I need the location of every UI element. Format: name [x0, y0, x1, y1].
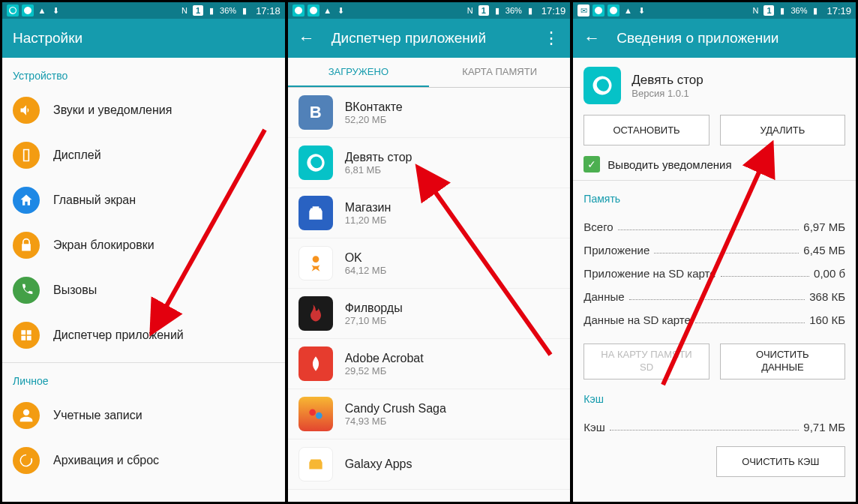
section-cache: Кэш — [573, 387, 856, 411]
settings-row-sounds[interactable]: Звуки и уведомления — [2, 88, 285, 133]
download-icon: ⬇ — [50, 5, 61, 16]
notif-app-icon — [292, 4, 304, 16]
mem-row: Данные на SD карте160 КБ — [584, 308, 845, 332]
notif-app-icon — [22, 4, 34, 16]
app-name: Candy Crush Saga — [345, 402, 446, 416]
app-version: Версия 1.0.1 — [632, 88, 703, 99]
app-list: В ВКонтакте52,20 МБ Девять стор6,81 МБ М… — [288, 88, 571, 502]
app-row-store[interactable]: Магазин11,20 МБ — [288, 188, 571, 238]
battery-icon: ▮ — [810, 5, 820, 16]
settings-row-label: Дисплей — [53, 148, 101, 162]
clock: 17:18 — [256, 5, 280, 16]
mail-icon: ✉ — [578, 4, 590, 16]
back-icon[interactable]: ← — [584, 28, 600, 48]
settings-row-label: Архивация и сброс — [53, 454, 159, 467]
volume-icon — [13, 97, 40, 124]
download-icon: ⬇ — [336, 5, 346, 16]
notifications-checkbox-row[interactable]: ✓ Выводить уведомления — [573, 153, 856, 181]
back-icon[interactable]: ← — [298, 28, 315, 48]
app-row-filwords[interactable]: Филворды27,10 МБ — [288, 289, 571, 339]
settings-row-lockscreen[interactable]: Экран блокировки — [2, 223, 285, 268]
settings-row-accounts[interactable]: Учетные записи — [2, 393, 285, 438]
svg-point-2 — [309, 410, 316, 416]
app-size: 27,10 МБ — [345, 315, 403, 326]
page-title: Диспетчер приложений — [332, 30, 544, 46]
app-name: Магазин — [345, 201, 392, 214]
app-detail: Девять стор Версия 1.0.1 ОСТАНОВИТЬ УДАЛ… — [573, 58, 856, 502]
appbar: Настройки — [2, 19, 285, 58]
app-name: ВКонтакте — [345, 100, 403, 114]
app-row-nine[interactable]: Девять стор6,81 МБ — [288, 138, 571, 188]
app-size: 64,12 МБ — [345, 265, 387, 276]
notif-app-icon — [608, 4, 620, 16]
clear-data-button[interactable]: ОЧИСТИТЬДАННЫЕ — [720, 344, 845, 380]
app-row-galaxy[interactable]: Galaxy Apps — [288, 440, 571, 490]
app-size: 29,52 МБ — [345, 365, 424, 376]
app-row-candy[interactable]: Candy Crush Saga74,93 МБ — [288, 389, 571, 440]
cache-row: Кэш9,71 МБ — [584, 416, 845, 439]
more-icon[interactable]: ⋮ — [543, 28, 560, 48]
signal-icon: ▮ — [492, 5, 502, 16]
tab-sdcard[interactable]: КАРТА ПАМЯТИ — [429, 58, 570, 87]
delete-button[interactable]: УДАЛИТЬ — [720, 115, 845, 146]
apps-icon — [13, 322, 40, 349]
sim-icon: 1 — [764, 5, 774, 16]
app-name: Девять стор — [345, 151, 412, 164]
lock-icon — [13, 232, 40, 259]
mem-row: Приложение на SD карте0,00 б — [584, 262, 845, 285]
settings-row-backup[interactable]: Архивация и сброс — [2, 438, 285, 483]
app-size: 11,20 МБ — [345, 214, 392, 226]
app-icon — [298, 196, 333, 230]
page-title: Настройки — [13, 30, 274, 46]
svg-point-3 — [316, 412, 322, 419]
battery-text: 36% — [506, 6, 522, 15]
settings-row-label: Звуки и уведомления — [53, 104, 172, 117]
app-icon — [298, 447, 333, 482]
statusbar: ▲ ⬇ N 1 ▮ 36% ▮ 17:19 — [288, 2, 571, 19]
section-memory: Память — [573, 181, 856, 211]
settings-row-appmanager[interactable]: Диспетчер приложений — [2, 313, 285, 358]
sim-icon: 1 — [478, 5, 489, 16]
nfc-icon: N — [179, 5, 190, 16]
app-name: Девять стор — [632, 73, 703, 88]
tab-downloaded[interactable]: ЗАГРУЖЕНО — [288, 58, 429, 87]
statusbar: ✉ ▲ ⬇ N 1 ▮ 36% ▮ 17:19 — [573, 2, 856, 19]
nfc-icon: N — [465, 5, 476, 16]
settings-row-home[interactable]: Главный экран — [2, 178, 285, 223]
screen-settings: ▲ ⬇ N 1 ▮ 36% ▮ 17:18 Настройки Устройст… — [2, 2, 286, 502]
statusbar: ▲ ⬇ N 1 ▮ 36% ▮ 17:18 — [2, 2, 285, 19]
app-name: OK — [345, 251, 387, 265]
clear-cache-button[interactable]: ОЧИСТИТЬ КЭШ — [716, 446, 845, 477]
stop-button[interactable]: ОСТАНОВИТЬ — [584, 115, 709, 146]
app-icon — [298, 296, 333, 331]
settings-row-display[interactable]: Дисплей — [2, 133, 285, 178]
download-icon: ⬇ — [636, 5, 646, 16]
app-name: Adobe Acrobat — [345, 352, 424, 365]
move-sd-button: НА КАРТУ ПАМЯТИSD — [584, 344, 709, 380]
app-row-ok[interactable]: OK64,12 МБ — [288, 238, 571, 289]
checkbox-checked-icon: ✓ — [584, 156, 600, 172]
settings-row-label: Учетные записи — [53, 409, 142, 422]
battery-icon: ▮ — [239, 5, 250, 16]
notif-app-icon — [7, 4, 19, 16]
app-row-acrobat[interactable]: Adobe Acrobat29,52 МБ — [288, 339, 571, 389]
signal-icon: ▮ — [206, 5, 217, 16]
display-icon — [13, 142, 40, 169]
warning-icon: ▲ — [622, 5, 633, 16]
app-row-vk[interactable]: В ВКонтакте52,20 МБ — [288, 88, 571, 138]
app-header: Девять стор Версия 1.0.1 — [573, 58, 856, 107]
settings-row-label: Главный экран — [53, 194, 136, 207]
screen-app-manager: ▲ ⬇ N 1 ▮ 36% ▮ 17:19 ← Диспетчер прилож… — [287, 2, 572, 502]
settings-row-calls[interactable]: Вызовы — [2, 268, 285, 313]
section-personal: Личное — [2, 363, 285, 393]
app-icon — [298, 346, 333, 381]
battery-text: 36% — [790, 6, 807, 15]
signal-icon: ▮ — [777, 5, 788, 16]
nfc-icon: N — [750, 5, 760, 16]
phone-icon — [13, 277, 40, 304]
appbar: ← Диспетчер приложений ⋮ — [288, 19, 571, 58]
memory-list: Всего6,97 МБ Приложение6,45 МБ Приложени… — [573, 211, 856, 336]
app-size: 6,81 МБ — [345, 164, 412, 176]
svg-point-1 — [312, 256, 319, 262]
app-icon: В — [298, 95, 333, 130]
